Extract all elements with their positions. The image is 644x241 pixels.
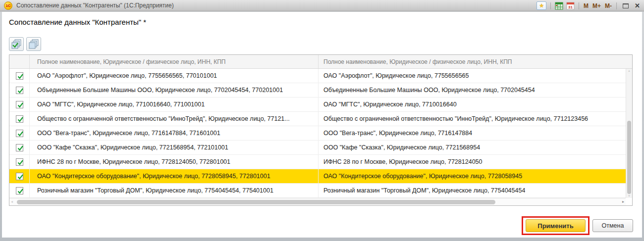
row-right-cell: ОАО "Аэрофлот", Юридическое лицо, 775565… <box>319 69 626 83</box>
row-checkbox[interactable] <box>16 115 23 123</box>
table-body: ОАО "Аэрофлот", Юридическое лицо, 775565… <box>9 69 626 198</box>
check-icon <box>16 173 25 181</box>
row-right-cell: ОАО "МГТС", Юридическое лицо, 7710016640 <box>319 97 626 111</box>
calendar-icon[interactable]: 31 <box>566 2 575 10</box>
row-left-cell: ОАО "МГТС", Юридическое лицо, 7710016640… <box>30 97 319 111</box>
row-left-text: ОАО "МГТС", Юридическое лицо, 7710016640… <box>37 101 205 108</box>
check-icon <box>16 187 25 195</box>
row-right-text: ООО "Вега-транс", Юридическое лицо, 7716… <box>323 130 472 137</box>
row-right-text: ООО "Кафе "Сказка", Юридическое лицо, 77… <box>323 144 480 151</box>
row-checkbox[interactable] <box>16 72 23 80</box>
row-checkbox[interactable] <box>16 144 23 151</box>
check-all-button[interactable] <box>9 37 24 51</box>
dialog-content: Сопоставление данных "Контрагенты" * Пол… <box>2 12 642 238</box>
vertical-scrollbar[interactable]: ▲ ▼ <box>626 69 632 198</box>
row-right-cell: ООО "Кафе "Сказка", Юридическое лицо, 77… <box>319 141 626 154</box>
scroll-left-arrow-icon[interactable]: ◂ <box>11 199 13 204</box>
row-left-cell: Объединенные Большие Машины ООО, Юридиче… <box>30 83 319 97</box>
row-checkbox-cell <box>9 69 30 83</box>
row-left-text: Общество с ограниченной ответственностью… <box>37 115 290 122</box>
row-checkbox-cell <box>9 141 30 154</box>
page-title: Сопоставление данных "Контрагенты" * <box>9 18 146 26</box>
cancel-button[interactable]: Отмена <box>592 219 633 232</box>
check-icon <box>16 72 25 81</box>
row-right-text: Общество с ограниченной ответственностью… <box>323 115 588 122</box>
check-icon <box>16 87 25 95</box>
header-left-column: Полное наименование, Юридическое / физич… <box>30 55 319 68</box>
svg-text:31: 31 <box>568 4 573 9</box>
scroll-up-arrow-icon[interactable]: ▲ <box>626 69 632 72</box>
uncheck-all-button[interactable] <box>26 37 41 51</box>
check-icon <box>16 101 25 109</box>
row-right-cell: Розничный магазин "Торговый ДОМ", Юридич… <box>319 184 626 197</box>
row-left-cell: ИФНС 28 по г Москве, Юридическое лицо, 7… <box>30 155 319 169</box>
title-bar: 1С Сопоставление данных "Контрагенты" (1… <box>0 0 644 11</box>
row-checkbox-cell <box>9 155 30 169</box>
titlebar-separator <box>579 2 579 9</box>
row-checkbox[interactable] <box>16 87 23 94</box>
row-checkbox-cell <box>9 83 30 97</box>
matching-table: Полное наименование, Юридическое / физич… <box>9 54 633 206</box>
row-left-cell: ОАО "Кондитерское оборудование", Юридиче… <box>30 169 319 183</box>
favorites-star-button[interactable]: ★ <box>537 1 546 10</box>
row-left-text: ИФНС 28 по г Москве, Юридическое лицо, 7… <box>37 158 230 165</box>
table-row[interactable]: ОАО "МГТС", Юридическое лицо, 7710016640… <box>9 97 626 112</box>
row-left-text: ООО "Вега-транс", Юридическое лицо, 7716… <box>37 130 220 137</box>
apply-button[interactable]: Применить <box>526 219 586 232</box>
table-row[interactable]: ИФНС 28 по г Москве, Юридическое лицо, 7… <box>9 155 626 169</box>
table-row[interactable]: ООО "Кафе "Сказка", Юридическое лицо, 77… <box>9 141 626 155</box>
horizontal-scrollbar[interactable]: ◂ ▸ <box>9 198 626 205</box>
1c-logo-icon: 1С <box>4 1 12 10</box>
table-row[interactable]: ОАО "Аэрофлот", Юридическое лицо, 775565… <box>9 69 626 83</box>
check-all-icon <box>11 39 22 49</box>
row-left-text: ООО "Кафе "Сказка", Юридическое лицо, 77… <box>37 144 228 151</box>
row-right-text: ОАО "МГТС", Юридическое лицо, 7710016640 <box>323 101 457 108</box>
close-button[interactable]: ✕ <box>635 2 640 9</box>
row-right-text: ИФНС 28 по г Москве, Юридическое лицо, 7… <box>323 158 483 165</box>
calculator-icon[interactable] <box>555 2 563 10</box>
row-checkbox-cell <box>9 97 30 111</box>
memory-button[interactable]: M <box>583 2 589 9</box>
memory-minus-button[interactable]: M- <box>604 2 612 9</box>
memory-plus-button[interactable]: M+ <box>592 2 601 9</box>
table-header: Полное наименование, Юридическое / физич… <box>9 55 632 69</box>
uncheck-all-icon <box>28 39 39 49</box>
table-row[interactable]: ОАО "Кондитерское оборудование", Юридиче… <box>9 169 626 184</box>
horizontal-scrollbar-thumb[interactable] <box>17 200 495 204</box>
row-right-cell: ООО "Вега-транс", Юридическое лицо, 7716… <box>319 126 626 140</box>
row-left-cell: Общество с ограниченной ответственностью… <box>30 112 319 126</box>
row-checkbox-cell <box>9 184 30 197</box>
row-checkbox[interactable] <box>16 187 23 194</box>
table-row[interactable]: Объединенные Большие Машины ООО, Юридиче… <box>9 83 626 97</box>
titlebar-separator <box>616 2 617 9</box>
row-left-text: ОАО "Кондитерское оборудование", Юридиче… <box>37 173 270 180</box>
header-checkbox-column <box>9 55 30 68</box>
row-right-text: Объединенные Большие Машины ООО, Юридиче… <box>323 87 535 94</box>
table-row[interactable]: Общество с ограниченной ответственностью… <box>9 112 626 126</box>
window-title: Сопоставление данных "Контрагенты" (1С:П… <box>16 2 174 9</box>
app-window: 1С Сопоставление данных "Контрагенты" (1… <box>0 0 644 241</box>
row-right-text: Розничный магазин "Торговый ДОМ", Юридич… <box>323 187 525 194</box>
row-left-text: Объединенные Большие Машины ООО, Юридиче… <box>37 87 283 94</box>
scroll-down-arrow-icon[interactable]: ▼ <box>626 194 632 197</box>
row-left-text: ОАО "Аэрофлот", Юридическое лицо, 775565… <box>37 72 217 79</box>
row-left-cell: ООО "Вега-транс", Юридическое лицо, 7716… <box>30 126 319 140</box>
row-right-cell: ИФНС 28 по г Москве, Юридическое лицо, 7… <box>319 155 626 169</box>
header-right-column: Полное наименование, Юридическое / физич… <box>319 55 632 68</box>
table-row[interactable]: Розничный магазин "Торговый ДОМ", Юридич… <box>9 184 626 198</box>
row-checkbox[interactable] <box>16 173 23 180</box>
titlebar-separator <box>550 2 551 9</box>
check-icon <box>16 158 25 167</box>
vertical-scrollbar-thumb[interactable] <box>627 121 631 194</box>
check-icon <box>16 115 25 124</box>
row-checkbox-cell <box>9 112 30 126</box>
row-checkbox[interactable] <box>16 130 23 137</box>
scroll-right-arrow-icon[interactable]: ▸ <box>622 199 624 204</box>
row-checkbox[interactable] <box>16 101 23 108</box>
apply-annotation-box: Применить <box>522 216 590 235</box>
table-row[interactable]: ООО "Вега-транс", Юридическое лицо, 7716… <box>9 126 626 141</box>
row-right-text: ОАО "Аэрофлот", Юридическое лицо, 775565… <box>323 72 469 79</box>
row-right-cell: Общество с ограниченной ответственностью… <box>319 112 626 126</box>
maximize-button[interactable] <box>623 3 629 8</box>
row-checkbox[interactable] <box>16 158 23 166</box>
